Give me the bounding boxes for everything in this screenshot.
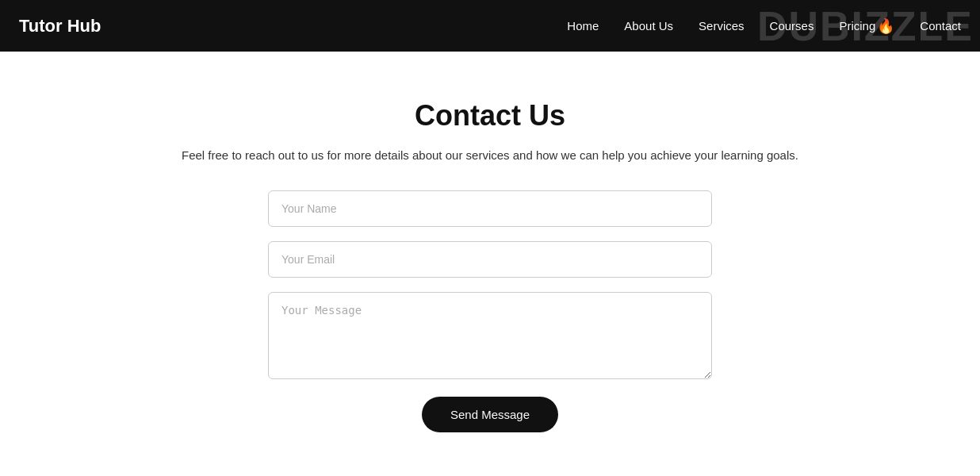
nav-link-pricing[interactable]: Pricing: [839, 19, 875, 33]
nav-item-about[interactable]: About Us: [624, 19, 673, 33]
subtitle: Feel free to reach out to us for more de…: [182, 148, 798, 162]
nav-link-services[interactable]: Services: [699, 19, 745, 33]
send-button[interactable]: Send Message: [422, 397, 558, 432]
message-input[interactable]: [268, 292, 712, 379]
nav-links: Home About Us Services Courses Pricing 🔥…: [567, 17, 961, 35]
nav-item-services[interactable]: Services: [699, 19, 745, 33]
name-input[interactable]: [268, 190, 712, 227]
main-content: Contact Us Feel free to reach out to us …: [0, 52, 980, 476]
page-title: Contact Us: [415, 99, 565, 132]
navbar: Tutor Hub Home About Us Services Courses…: [0, 0, 980, 52]
nav-item-home[interactable]: Home: [567, 19, 599, 33]
nav-brand[interactable]: Tutor Hub: [19, 16, 101, 36]
contact-form: Send Message: [268, 190, 712, 432]
nav-item-contact[interactable]: Contact: [920, 19, 961, 33]
nav-link-contact[interactable]: Contact: [920, 19, 961, 33]
pricing-flame-icon: 🔥: [877, 17, 894, 35]
nav-item-courses[interactable]: Courses: [770, 19, 814, 33]
email-input[interactable]: [268, 241, 712, 278]
nav-link-about[interactable]: About Us: [624, 19, 673, 33]
nav-item-pricing[interactable]: Pricing 🔥: [839, 17, 894, 35]
nav-link-home[interactable]: Home: [567, 19, 599, 33]
nav-link-courses[interactable]: Courses: [770, 19, 814, 33]
